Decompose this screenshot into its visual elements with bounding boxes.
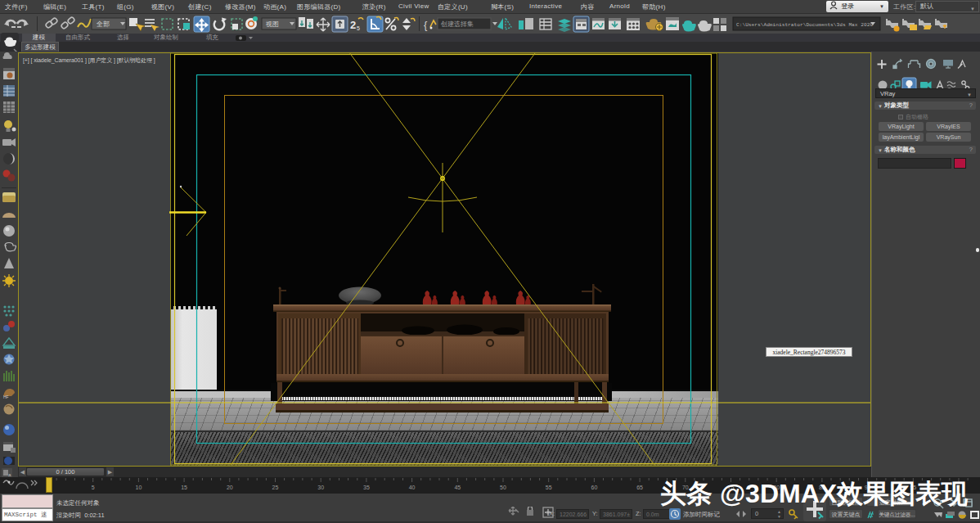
svg-text:全部: 全部 [97, 20, 110, 28]
svg-text:2: 2 [350, 19, 356, 31]
svg-text:C:\Users\Administrator\Documen: C:\Users\Administrator\Documents\3ds Max… [736, 22, 873, 28]
svg-text:创建选择集: 创建选择集 [440, 20, 474, 28]
svg-text:30: 30 [317, 485, 324, 490]
svg-text:45: 45 [454, 485, 461, 490]
svg-text:{: { [424, 19, 428, 31]
svg-text:25: 25 [272, 485, 279, 490]
svg-text:15: 15 [181, 485, 187, 490]
svg-text:HF: HF [3, 395, 9, 399]
svg-text:5: 5 [92, 485, 95, 490]
svg-text:视图: 视图 [265, 20, 279, 28]
svg-text:10: 10 [136, 485, 142, 490]
svg-text:50: 50 [500, 485, 506, 490]
svg-text:20: 20 [227, 485, 233, 490]
svg-text:35: 35 [363, 485, 370, 490]
svg-text:55: 55 [546, 485, 552, 490]
svg-text:5: 5 [357, 25, 360, 31]
svg-text:60: 60 [591, 485, 598, 490]
svg-text:65: 65 [636, 485, 643, 490]
svg-text:40: 40 [409, 485, 416, 490]
